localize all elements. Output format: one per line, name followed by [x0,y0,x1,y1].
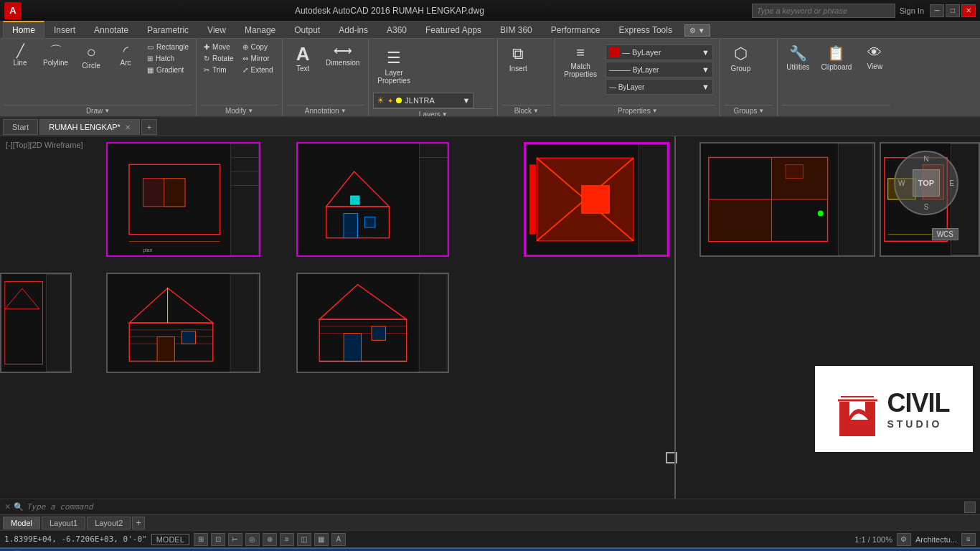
doc-tab-rumah[interactable]: RUMAH LENGKAP* ✕ [39,119,140,135]
search-input[interactable] [752,4,895,18]
groups-group-label[interactable]: Groups ▼ [725,105,773,116]
modify-col-1: ✚Move ↻Rotate ✂Trim [201,42,236,75]
tab-output[interactable]: Output [285,22,329,38]
insert-button[interactable]: ⧉ Insert [502,42,534,75]
text-button[interactable]: A Text [287,42,319,75]
hatch-button[interactable]: ⊞Hatch [144,53,192,64]
ribbon-group-block-content: ⧉ Insert [502,42,550,105]
tab-express[interactable]: Express Tools [609,22,681,38]
tab-a360[interactable]: A360 [377,22,416,38]
tab-addins[interactable]: Add-ins [329,22,377,38]
ortho-toggle[interactable]: ⊢ [228,533,242,546]
minimize-button[interactable]: ─ [930,4,944,17]
viewport-label: [-][Top][2D Wireframe] [6,141,83,149]
ribbon-group-modify: ✚Move ↻Rotate ✂Trim ⊕Copy ⇔Mirror ⤢Exten… [197,39,283,116]
snap-toggle[interactable]: ⊡ [211,533,225,546]
doc-tab-add-button[interactable]: + [141,119,157,135]
command-input[interactable] [27,502,961,512]
svg-rect-49 [157,336,174,361]
customize-icon[interactable]: ≡ [961,533,976,546]
transparency-toggle[interactable]: ◫ [297,533,311,546]
close-button[interactable]: ✕ [961,4,976,17]
move-button[interactable]: ✚Move [201,42,236,52]
lineweight-bylayer[interactable]: — ByLayer ▼ [606,79,713,95]
color-bylayer[interactable]: — ByLayer ▼ [606,44,713,60]
tab-manage[interactable]: Manage [235,22,285,38]
tab-performance[interactable]: Performance [542,22,610,38]
rotate-button[interactable]: ↻Rotate [201,53,236,64]
hatch-label: Hatch [156,55,174,62]
layer-dropdown[interactable]: ☀ ✦ JLNTRA ▼ [373,93,473,108]
tab-featured[interactable]: Featured Apps [416,22,491,38]
tab-insert[interactable]: Insert [44,22,85,38]
utilities-button[interactable]: 🔧 Utilities [782,42,814,74]
color-dropdown-arrow: ▼ [702,48,710,57]
match-properties-button[interactable]: ≡ MatchProperties [560,42,601,81]
ribbon-group-groups: ⬡ Group Groups ▼ [720,39,778,116]
gradient-button[interactable]: ▦Gradient [144,65,192,75]
layer-properties-button[interactable]: ☰ LayerProperties [373,46,415,88]
properties-group-label[interactable]: Properties ▼ [560,105,715,116]
command-scroll[interactable] [964,501,976,513]
linetype-bylayer[interactable]: ——— ByLayer ▼ [606,62,713,77]
cube-center-label[interactable]: TOP [913,169,940,197]
layers-group-label[interactable]: Layers ▼ [373,108,493,118]
tab-bim360[interactable]: BIM 360 [491,22,542,38]
wcs-badge: WCS [932,228,958,240]
tab-annotate[interactable]: Annotate [85,22,138,38]
svg-rect-26 [838,143,873,255]
annotation-group-label[interactable]: Annotation ▼ [287,105,364,116]
tab-home[interactable]: Home [3,21,44,38]
cmd-search-icon[interactable]: 🔍 [14,502,24,512]
workspace-selector[interactable]: ⚙ ▼ [684,24,710,37]
svg-rect-59 [372,326,385,340]
rectangle-button[interactable]: ▭Rectangle [144,42,192,52]
group-button[interactable]: ⬡ Group [725,42,756,75]
polyline-label: Polyline [43,59,68,67]
copy-button[interactable]: ⊕Copy [240,42,276,52]
clipboard-button[interactable]: 📋 Clipboard [817,42,857,74]
block-group-label[interactable]: Block ▼ [502,105,550,116]
rotate-label: Rotate [212,55,233,62]
polar-toggle[interactable]: ◎ [245,533,260,546]
dimension-button[interactable]: ⟷ Dimension [321,42,364,70]
arc-button[interactable]: ◜ Arc [110,42,141,70]
tab-view[interactable]: View [198,22,235,38]
tab-parametric[interactable]: Parametric [138,22,198,38]
osnap-toggle[interactable]: ⊕ [263,533,277,546]
layout-add-button[interactable]: + [132,517,145,529]
logo-overlay: CIVIL STUDIO [815,366,973,452]
cmd-x-button[interactable]: ✕ [4,502,11,512]
bottom-tab-model[interactable]: Model [3,517,40,529]
model-badge[interactable]: MODEL [151,534,189,545]
settings-icon[interactable]: ⚙ [897,533,911,546]
sign-in-label[interactable]: Sign In [900,6,924,15]
extend-button[interactable]: ⤢Extend [240,65,276,75]
polyline-button[interactable]: ⌒ Polyline [39,42,72,70]
svg-rect-19 [639,144,667,255]
svg-text:plan: plan [143,248,152,253]
line-button[interactable]: ╱ Line [4,42,36,70]
bottom-tab-layout1[interactable]: Layout1 [42,517,85,529]
doc-tab-start[interactable]: Start [3,119,38,135]
nav-cube[interactable]: N S W E TOP [894,151,958,215]
grid-toggle[interactable]: ⊞ [194,533,208,546]
line-icon: ╱ [17,44,24,57]
maximize-button[interactable]: □ [946,4,960,17]
annotate-toggle[interactable]: A [331,533,346,546]
mirror-button[interactable]: ⇔Mirror [240,53,276,64]
arc-label: Arc [121,59,131,67]
bottom-tab-layout2[interactable]: Layout2 [87,517,131,529]
draw-group-label[interactable]: Draw ▼ [4,105,192,116]
selection-toggle[interactable]: ▦ [314,533,329,546]
lineweight-toggle[interactable]: ≡ [280,533,294,546]
modify-group-label[interactable]: Modify ▼ [201,105,278,116]
layout2-tab-label: Layout2 [95,519,123,527]
ribbon-group-block: ⧉ Insert Block ▼ [498,39,555,116]
svg-rect-16 [364,217,375,227]
view-button[interactable]: 👁 View [859,42,890,73]
circle-button[interactable]: ○ Circle [75,42,107,72]
trim-button[interactable]: ✂Trim [201,65,236,75]
doc-tab-close-icon[interactable]: ✕ [125,123,131,131]
sun-icon: ☀ [377,95,385,105]
